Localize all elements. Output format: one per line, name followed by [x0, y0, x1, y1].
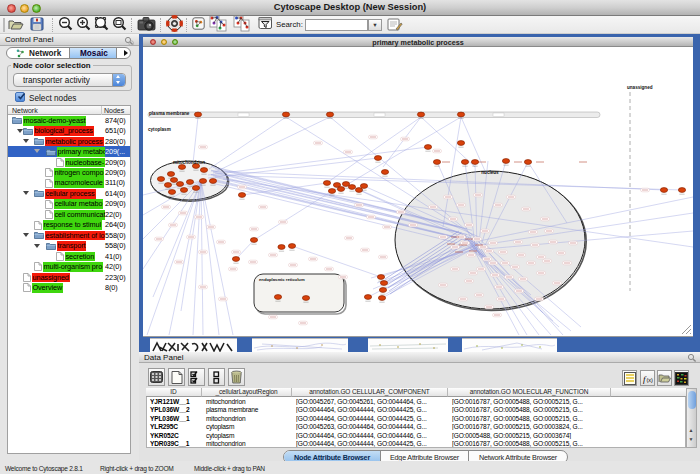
- svg-text:(x): (x): [646, 376, 653, 382]
- svg-text:plasma membrane: plasma membrane: [149, 111, 190, 116]
- svg-text:unassigned: unassigned: [627, 85, 653, 90]
- svg-text:endoplasmic reticulum: endoplasmic reticulum: [259, 277, 305, 282]
- svg-text:nucleus: nucleus: [481, 170, 499, 175]
- svg-text:cytoplasm: cytoplasm: [148, 127, 171, 132]
- svg-text:mitochondrion: mitochondrion: [173, 160, 205, 165]
